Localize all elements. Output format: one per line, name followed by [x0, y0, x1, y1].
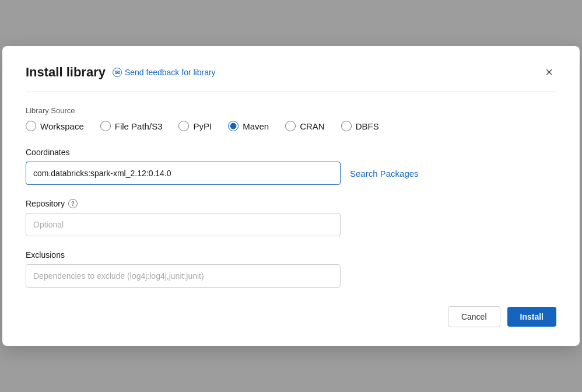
radio-dbfs-label: DBFS	[356, 121, 379, 131]
coordinates-label: Coordinates	[26, 148, 556, 157]
modal-title-group: Install library ✉ Send feedback for libr…	[26, 65, 216, 80]
repository-help-icon[interactable]: ?	[68, 199, 78, 208]
radio-group: Workspace File Path/S3 PyPI Maven CRAN	[26, 121, 556, 131]
library-source-label: Library Source	[26, 106, 556, 115]
repository-input[interactable]	[26, 213, 341, 236]
modal-header: Install library ✉ Send feedback for libr…	[26, 65, 556, 92]
radio-workspace-label: Workspace	[40, 121, 84, 131]
radio-filepath[interactable]: File Path/S3	[100, 121, 163, 131]
repository-label: Repository ?	[26, 199, 556, 208]
modal-overlay: Install library ✉ Send feedback for libr…	[0, 0, 582, 392]
feedback-link-text: Send feedback for library	[125, 68, 216, 77]
library-source-section: Library Source Workspace File Path/S3 Py…	[26, 106, 556, 131]
feedback-link[interactable]: ✉ Send feedback for library	[113, 68, 216, 77]
radio-maven-label: Maven	[243, 121, 269, 131]
radio-pypi[interactable]: PyPI	[178, 121, 212, 131]
coordinates-input[interactable]	[26, 162, 341, 185]
install-library-modal: Install library ✉ Send feedback for libr…	[2, 46, 580, 346]
install-button[interactable]: Install	[507, 307, 556, 327]
radio-workspace-input[interactable]	[26, 121, 36, 131]
radio-workspace[interactable]: Workspace	[26, 121, 84, 131]
feedback-icon: ✉	[113, 68, 122, 77]
radio-filepath-input[interactable]	[100, 121, 111, 131]
radio-cran-input[interactable]	[285, 121, 296, 131]
coordinates-section: Coordinates Search Packages	[26, 148, 556, 185]
radio-pypi-input[interactable]	[178, 121, 189, 131]
exclusions-label: Exclusions	[26, 250, 556, 260]
exclusions-section: Exclusions	[26, 250, 556, 288]
search-packages-link[interactable]: Search Packages	[350, 169, 419, 178]
radio-filepath-label: File Path/S3	[115, 121, 163, 131]
exclusions-input[interactable]	[26, 264, 341, 288]
radio-maven[interactable]: Maven	[228, 121, 269, 131]
repository-section: Repository ?	[26, 199, 556, 236]
radio-dbfs[interactable]: DBFS	[341, 121, 379, 131]
modal-footer: Cancel Install	[26, 306, 556, 327]
radio-dbfs-input[interactable]	[341, 121, 352, 131]
radio-cran[interactable]: CRAN	[285, 121, 325, 131]
coordinates-row: Search Packages	[26, 162, 556, 185]
close-button[interactable]: ×	[542, 65, 556, 80]
radio-maven-input[interactable]	[228, 121, 239, 131]
radio-pypi-label: PyPI	[193, 121, 212, 131]
modal-title: Install library	[26, 65, 106, 80]
cancel-button[interactable]: Cancel	[448, 306, 500, 327]
radio-cran-label: CRAN	[300, 121, 325, 131]
